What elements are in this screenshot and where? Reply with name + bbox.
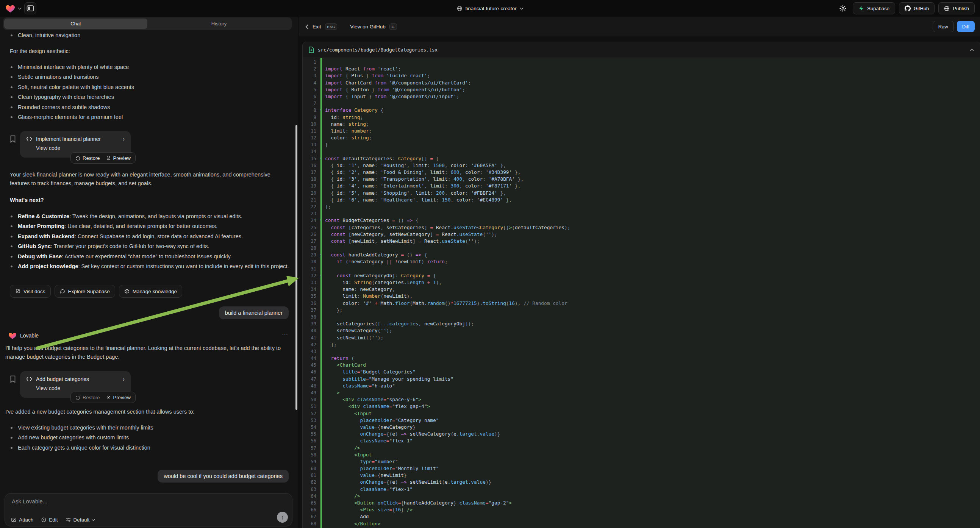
bookmark-icon[interactable] xyxy=(10,375,16,383)
supabase-button[interactable]: Supabase xyxy=(853,2,895,14)
bullet-text: Debug with Ease: Activate our experiment… xyxy=(18,251,232,261)
code-text: placeholder="Category name" xyxy=(320,417,439,424)
line-number: 48 xyxy=(303,383,320,390)
code-text: <ChartCard xyxy=(320,362,366,369)
edit-label: Edit xyxy=(49,517,57,523)
top-bar: financial-future-creator Supabase GitHub xyxy=(0,0,980,17)
preview-button[interactable]: Preview xyxy=(106,155,131,161)
restore-preview-bar: Restore Preview xyxy=(70,152,135,164)
toggle-sidebar-button[interactable] xyxy=(24,2,37,14)
line-number: 32∨ xyxy=(303,272,320,279)
code-text xyxy=(320,266,325,272)
code-text: Add xyxy=(320,513,369,520)
code-line: 64 /> xyxy=(303,493,980,499)
model-selector[interactable]: Default xyxy=(65,517,95,523)
code-line: 52 <Input xyxy=(303,410,980,417)
fold-chevron-icon[interactable]: ∨ xyxy=(320,272,321,279)
tab-chat[interactable]: Chat xyxy=(4,19,147,29)
fold-chevron-icon[interactable]: ∨ xyxy=(320,217,321,224)
code-line: 50 <div className="space-y-6"> xyxy=(303,396,980,403)
code-text: <Plus size={16} /> xyxy=(320,506,412,513)
restore-button[interactable]: Restore xyxy=(75,155,100,161)
added-features-list: View existing budget categories with the… xyxy=(10,423,153,453)
code-line: 23 xyxy=(303,210,980,217)
settings-button[interactable] xyxy=(837,2,849,14)
code-line: 18 { id: '3', name: 'Transportation', li… xyxy=(303,176,980,183)
restore-label: Restore xyxy=(83,155,100,161)
line-number: 50 xyxy=(303,396,320,403)
visit-docs-button[interactable]: Visit docs xyxy=(10,285,51,298)
bullet-text: Refine & Customize: Tweak the design, an… xyxy=(18,212,242,221)
code-text: import { Input } from '@/components/ui/i… xyxy=(320,93,459,100)
file-path-bar[interactable]: src/components/budget/BudgetCategories.t… xyxy=(303,42,980,58)
code-text: placeholder="Monthly limit" xyxy=(320,465,439,472)
code-line: 57 /> xyxy=(303,445,980,452)
chevron-down-icon xyxy=(92,519,95,521)
code-line: 3import { Plus } from 'lucide-react'; xyxy=(303,72,980,79)
code-text: onChange={(e) => setNewLimit(e.target.va… xyxy=(320,479,491,485)
view-code-link[interactable]: View code xyxy=(36,385,125,391)
list-item: Add new budget categories with custom li… xyxy=(10,433,153,442)
logo-chevron-down-icon[interactable] xyxy=(18,7,22,10)
explore-supabase-label: Explore Supabase xyxy=(68,289,110,294)
chevron-left-icon[interactable] xyxy=(305,24,309,29)
code-text xyxy=(320,100,325,107)
bullet-text: Clean, intuitive navigation xyxy=(18,30,80,40)
code-line: 61 value={newLimit} xyxy=(303,472,980,479)
project-chevron-down-icon xyxy=(520,7,523,10)
line-number: 49 xyxy=(303,390,320,396)
code-text: <div className="space-y-6"> xyxy=(320,396,421,403)
publish-button[interactable]: Publish xyxy=(938,2,975,14)
bullet-icon xyxy=(11,225,13,227)
code-line: 14 xyxy=(303,148,980,155)
code-text xyxy=(320,245,325,251)
github-button[interactable]: GitHub xyxy=(899,2,935,14)
bullet-icon xyxy=(11,76,13,78)
diff-toggle-button[interactable]: Diff xyxy=(957,21,975,32)
version-card-title: Add budget categories xyxy=(36,376,89,382)
explore-supabase-button[interactable]: Explore Supabase xyxy=(54,285,115,298)
fold-chevron-icon[interactable]: ∨ xyxy=(320,251,321,258)
collapse-file-button[interactable] xyxy=(969,48,974,51)
code-text: id: string; xyxy=(320,114,363,121)
user-message-bubble: build a financial planner xyxy=(219,307,289,319)
preview-button[interactable]: Preview xyxy=(106,395,131,400)
restore-button[interactable]: Restore xyxy=(75,395,100,400)
code-line: 55 onChange={(e) => setNewCategory(e.tar… xyxy=(303,431,980,437)
view-on-github-button[interactable]: View on GitHub xyxy=(350,24,386,30)
fold-chevron-icon[interactable]: ∨ xyxy=(320,107,321,114)
publish-globe-icon xyxy=(944,6,950,11)
project-switcher[interactable]: financial-future-creator xyxy=(457,0,523,17)
manage-knowledge-button[interactable]: Manage knowledge xyxy=(119,285,182,298)
tab-history[interactable]: History xyxy=(147,19,291,29)
code-line: 12 color: string; xyxy=(303,134,980,141)
fold-chevron-icon[interactable]: ∨ xyxy=(320,155,321,162)
bullet-icon xyxy=(11,216,13,218)
attach-button[interactable]: Attach xyxy=(11,517,33,523)
assistant-paragraph: I'll help you add budget categories to t… xyxy=(5,344,292,361)
code-text: return ( xyxy=(320,355,354,362)
more-menu-button[interactable]: ⋯ xyxy=(282,331,289,338)
line-number: 6 xyxy=(303,93,320,100)
chevron-right-icon[interactable]: › xyxy=(123,376,125,382)
edit-button[interactable]: Edit xyxy=(41,517,57,523)
line-number: 11 xyxy=(303,128,320,134)
bullet-icon xyxy=(11,86,13,88)
chat-panel: Chat History Clean, intuitive navigation… xyxy=(0,17,299,528)
preview-label: Preview xyxy=(113,155,131,161)
chat-scrollbar[interactable] xyxy=(296,125,298,410)
code-line: 16 { id: '1', name: 'Housing', limit: 15… xyxy=(303,162,980,169)
publish-label: Publish xyxy=(953,6,969,11)
bullet-text: Clean typography with clear hierarchies xyxy=(18,92,114,102)
code-editor[interactable]: 12import React from 'react';3import { Pl… xyxy=(303,58,980,528)
chat-input[interactable] xyxy=(12,498,285,508)
exit-button[interactable]: Exit xyxy=(312,24,321,30)
chevron-right-icon[interactable]: › xyxy=(123,135,125,142)
code-text: { id: '6', name: 'Healthcare', limit: 15… xyxy=(320,197,512,204)
code-line: 62 onChange={(e) => setNewLimit(e.target… xyxy=(303,479,980,485)
send-button[interactable]: ↑ xyxy=(277,512,288,523)
view-code-link[interactable]: View code xyxy=(36,145,125,151)
bookmark-icon[interactable] xyxy=(10,135,16,143)
raw-toggle-button[interactable]: Raw xyxy=(933,21,954,32)
lovable-logo-icon[interactable] xyxy=(5,4,15,13)
